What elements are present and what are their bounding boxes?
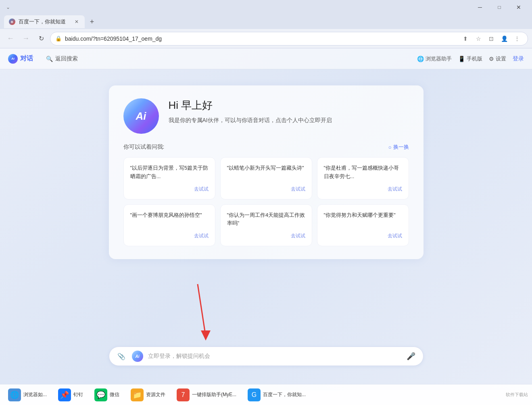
taskbar: 🌐 浏览器如... 📌 钉钉 💬 微信 📁 资源文件 7 一键排版助手(MyE.… — [0, 384, 532, 405]
address-text: baidu.com/?tn=62095104_17_oem_dg — [65, 35, 457, 42]
suggestion-text: "你觉得努力和天赋哪个更重要" — [324, 211, 402, 228]
try-button[interactable]: 去试试 — [324, 186, 402, 193]
lock-icon: 🔒 — [55, 35, 62, 42]
split-view-icon[interactable]: ⊡ — [486, 33, 497, 44]
taskbar-files-label: 资源文件 — [146, 391, 165, 398]
taskbar-baidu-icon: G — [248, 388, 261, 401]
tab-collapse-icon[interactable]: ⌄ — [4, 3, 12, 11]
refresh-button[interactable]: ↻ — [35, 32, 48, 45]
taskbar-files-icon: 📁 — [131, 388, 144, 401]
tab-close-button[interactable]: ✕ — [73, 19, 80, 25]
new-tab-button[interactable]: + — [86, 16, 98, 27]
browser-helper-label: 浏览器助手 — [426, 55, 452, 62]
suggestion-text: "你认为一周工作4天能提高工作效率吗" — [227, 211, 305, 228]
maximize-button[interactable]: □ — [490, 1, 509, 14]
list-item[interactable]: "你觉得努力和天赋哪个更重要" 去试试 — [317, 204, 409, 247]
taskbar-item-baidu[interactable]: G 百度一下，你就知... — [244, 387, 310, 403]
tab-favicon: B — [9, 19, 15, 25]
suggestions-label: 你可以试着问我: — [123, 143, 165, 151]
taskbar-item-wechat[interactable]: 💬 微信 — [90, 387, 123, 403]
suggestion-text: "以蜡笔小新为开头写一篇藏头诗" — [227, 164, 305, 181]
settings-label: 设置 — [496, 55, 506, 62]
list-item[interactable]: "以后羿逐日为背景，写5篇关于防晒霜的广告... 去试试 — [123, 157, 215, 199]
mobile-button[interactable]: 📱 手机版 — [458, 55, 482, 62]
list-item[interactable]: "画一个赛博朋克风格的孙悟空" 去试试 — [123, 204, 215, 247]
taskbar-watermark: 软件下载站 — [506, 392, 528, 398]
mobile-label: 手机版 — [467, 55, 482, 62]
input-placeholder[interactable]: 立即登录，解锁提问机会 — [148, 353, 401, 360]
tab-title: 百度一下，你就知道 — [19, 18, 70, 25]
taskbar-wechat-icon: 💬 — [94, 388, 107, 401]
bookmark-icon[interactable]: ☆ — [473, 33, 484, 44]
taskbar-helper-icon: 7 — [177, 388, 190, 401]
try-button[interactable]: 去试试 — [130, 233, 209, 239]
refresh-suggestions-button[interactable]: ○ 换一换 — [388, 143, 409, 151]
taskbar-item-helper[interactable]: 7 一键排版助手(MyE... — [173, 387, 240, 403]
suggestion-text: "画一个赛博朋克风格的孙悟空" — [130, 211, 209, 228]
settings-button[interactable]: ⚙ 设置 — [489, 55, 506, 62]
browser-helper-button[interactable]: 🌐 浏览器助手 — [417, 55, 452, 62]
taskbar-helper-label: 一键排版助手(MyE... — [192, 391, 236, 398]
greeting-text: Hi 早上好 我是你的专属AI伙伴，可以与你语音对话，点击个人中心立即开启 — [169, 98, 332, 125]
try-button[interactable]: 去试试 — [227, 233, 305, 239]
avatar-text: Ai — [136, 110, 146, 123]
taskbar-item-browser[interactable]: 🌐 浏览器如... — [4, 387, 51, 403]
greeting-section: Ai Hi 早上好 我是你的专属AI伙伴，可以与你语音对话，点击个人中心立即开启 — [123, 98, 409, 134]
main-area: Ai Hi 早上好 我是你的专属AI伙伴，可以与你语音对话，点击个人中心立即开启… — [0, 69, 532, 390]
minimize-button[interactable]: ─ — [471, 1, 489, 14]
try-button[interactable]: 去试试 — [130, 186, 209, 193]
list-item[interactable]: "你认为一周工作4天能提高工作效率吗" 去试试 — [220, 204, 312, 247]
suggestions-grid: "以后羿逐日为背景，写5篇关于防晒霜的广告... 去试试 "以蜡笔小新为开头写一… — [123, 157, 409, 246]
ai-logo[interactable]: Ai 对话 — [8, 54, 33, 64]
greeting-subtitle: 我是你的专属AI伙伴，可以与你语音对话，点击个人中心立即开启 — [169, 116, 332, 125]
try-button[interactable]: 去试试 — [324, 233, 402, 239]
login-button[interactable]: 登录 — [513, 55, 524, 62]
forward-button[interactable]: → — [19, 32, 32, 45]
active-tab[interactable]: B 百度一下，你就知道 ✕ — [4, 15, 85, 28]
chat-container: Ai Hi 早上好 我是你的专属AI伙伴，可以与你语音对话，点击个人中心立即开启… — [109, 85, 424, 259]
avatar: Ai — [123, 98, 159, 134]
taskbar-baidu-label: 百度一下，你就知... — [263, 391, 306, 398]
share-icon[interactable]: ⬆ — [460, 33, 471, 44]
suggestion-text: "以后羿逐日为背景，写5篇关于防晒霜的广告... — [130, 164, 209, 181]
ai-logo-circle: Ai — [8, 54, 18, 64]
taskbar-item-dingtalk[interactable]: 📌 钉钉 — [54, 387, 87, 403]
taskbar-browser-label: 浏览器如... — [23, 391, 47, 398]
taskbar-dingtalk-icon: 📌 — [58, 388, 71, 401]
taskbar-dingtalk-label: 钉钉 — [73, 391, 83, 398]
attachment-icon[interactable]: 📎 — [116, 351, 127, 362]
ai-input-icon[interactable]: Ai — [132, 351, 143, 362]
return-search-button[interactable]: 🔍 返回搜索 — [41, 53, 83, 65]
microphone-button[interactable]: 🎤 — [405, 351, 417, 362]
page-nav: Ai 对话 🔍 返回搜索 🌐 浏览器助手 📱 手机版 ⚙ — [0, 48, 532, 69]
taskbar-wechat-label: 微信 — [110, 391, 119, 398]
account-icon[interactable]: 👤 — [499, 33, 510, 44]
taskbar-item-files[interactable]: 📁 资源文件 — [127, 387, 169, 403]
address-bar[interactable]: 🔒 baidu.com/?tn=62095104_17_oem_dg ⬆ ☆ ⊡… — [50, 32, 528, 46]
back-button[interactable]: ← — [4, 32, 17, 45]
menu-icon[interactable]: ⋮ — [511, 33, 523, 44]
taskbar-browser-icon: 🌐 — [8, 388, 21, 401]
return-search-label: 返回搜索 — [55, 55, 78, 62]
list-item[interactable]: "你是杜甫，写一篇感概快递小哥日夜辛劳七... 去试试 — [317, 157, 409, 199]
refresh-label: 换一换 — [393, 143, 409, 151]
close-button[interactable]: ✕ — [509, 1, 528, 14]
list-item[interactable]: "以蜡笔小新为开头写一篇藏头诗" 去试试 — [220, 157, 312, 199]
logo-label: 对话 — [20, 54, 33, 63]
bottom-bar: 📎 Ai 立即登录，解锁提问机会 🎤 — [0, 344, 532, 368]
greeting-title: Hi 早上好 — [169, 98, 332, 112]
input-area: 📎 Ai 立即登录，解锁提问机会 🎤 — [109, 347, 424, 366]
try-button[interactable]: 去试试 — [227, 186, 305, 193]
suggestion-text: "你是杜甫，写一篇感概快递小哥日夜辛劳七... — [324, 164, 402, 181]
suggestions-header: 你可以试着问我: ○ 换一换 — [123, 143, 409, 151]
